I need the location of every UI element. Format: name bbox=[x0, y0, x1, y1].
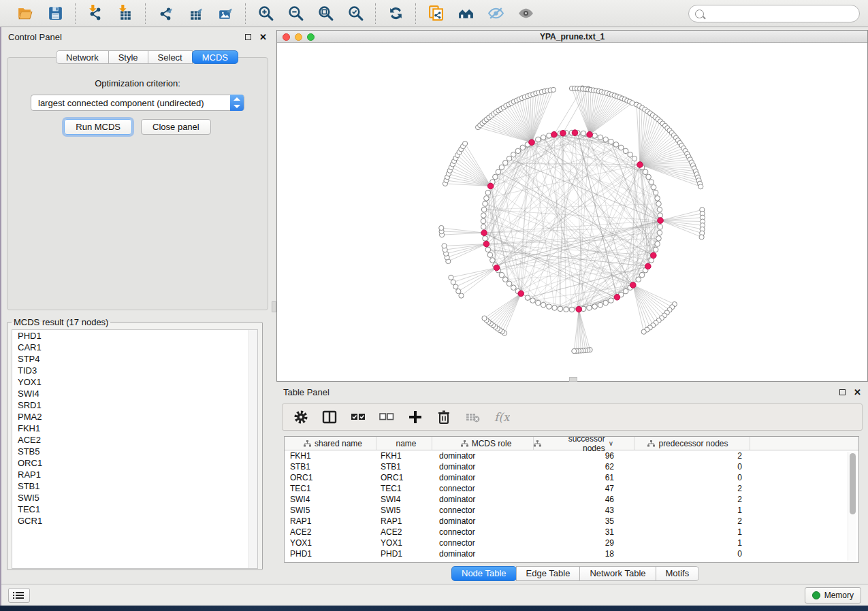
table-cell[interactable]: 2 bbox=[634, 516, 750, 526]
mcds-result-item[interactable]: RAP1 bbox=[12, 469, 257, 480]
zoom-out-icon[interactable] bbox=[283, 3, 308, 24]
table-cell[interactable]: dominator bbox=[432, 549, 534, 559]
table-row[interactable]: YOX1YOX1connector291 bbox=[285, 538, 858, 548]
table-cell[interactable]: connector bbox=[432, 527, 534, 537]
table-cell[interactable]: YOX1 bbox=[376, 538, 432, 548]
mcds-result-item[interactable]: CAR1 bbox=[12, 342, 257, 353]
select-all-icon[interactable] bbox=[349, 410, 367, 425]
table-cell[interactable]: STB1 bbox=[285, 462, 376, 472]
zoom-fit-icon[interactable] bbox=[312, 3, 338, 24]
table-cell[interactable]: 43 bbox=[534, 506, 634, 515]
close-panel-button[interactable]: Close panel bbox=[141, 119, 211, 135]
table-cell[interactable]: 2 bbox=[634, 495, 750, 504]
mcds-result-item[interactable]: SWI5 bbox=[12, 492, 257, 503]
table-cell[interactable]: 1 bbox=[634, 538, 750, 548]
show-all-icon[interactable] bbox=[513, 3, 539, 24]
tab-select[interactable]: Select bbox=[148, 50, 193, 64]
table-row[interactable]: SWI5SWI5connector431 bbox=[285, 505, 858, 516]
table-row[interactable]: ORC1ORC1dominator610 bbox=[285, 472, 858, 483]
table-scrollbar-thumb[interactable] bbox=[850, 453, 856, 514]
table-cell[interactable]: PHD1 bbox=[285, 549, 376, 559]
tab-node-table[interactable]: Node Table bbox=[451, 566, 517, 581]
horizontal-splitter-handle[interactable] bbox=[569, 377, 577, 382]
mcds-result-item[interactable]: ORC1 bbox=[12, 457, 257, 469]
result-scrollbar[interactable] bbox=[248, 330, 257, 568]
table-cell[interactable]: TEC1 bbox=[376, 484, 432, 493]
table-cell[interactable]: YOX1 bbox=[285, 538, 376, 548]
import-network-icon[interactable] bbox=[82, 3, 108, 24]
deselect-all-icon[interactable] bbox=[378, 410, 396, 425]
table-cell[interactable]: dominator bbox=[432, 451, 534, 461]
mcds-result-item[interactable]: PHD1 bbox=[12, 330, 257, 342]
table-cell[interactable]: RAP1 bbox=[285, 516, 376, 526]
table-cell[interactable]: 0 bbox=[634, 462, 750, 472]
memory-button[interactable]: Memory bbox=[805, 587, 861, 604]
table-cell[interactable]: 31 bbox=[534, 527, 634, 537]
tab-network[interactable]: Network bbox=[56, 50, 109, 64]
table-cell[interactable]: 61 bbox=[534, 473, 634, 482]
mcds-result-item[interactable]: PMA2 bbox=[12, 411, 257, 423]
mcds-result-item[interactable]: SWI4 bbox=[12, 388, 257, 399]
table-scrollbar[interactable] bbox=[848, 452, 856, 561]
optimization-criterion-select[interactable]: largest connected component (undirected) bbox=[31, 95, 244, 111]
tab-motifs[interactable]: Motifs bbox=[656, 566, 700, 581]
tab-style[interactable]: Style bbox=[108, 50, 148, 64]
table-row[interactable]: PHD1PHD1dominator180 bbox=[285, 548, 858, 559]
mcds-result-item[interactable]: STB5 bbox=[12, 446, 257, 457]
mcds-result-item[interactable]: SRD1 bbox=[12, 399, 257, 411]
table-cell[interactable]: 46 bbox=[534, 495, 634, 504]
table-row[interactable]: RAP1RAP1dominator352 bbox=[285, 516, 858, 527]
window-close-icon[interactable] bbox=[283, 33, 290, 41]
first-neighbors-icon[interactable] bbox=[453, 3, 479, 24]
column-header-name[interactable]: name bbox=[376, 437, 432, 450]
table-cell[interactable]: RAP1 bbox=[376, 516, 432, 526]
float-table-panel-icon[interactable] bbox=[839, 389, 846, 395]
network-titlebar[interactable]: YPA_prune.txt_1 bbox=[277, 31, 867, 43]
refresh-icon[interactable] bbox=[383, 3, 408, 24]
vertical-splitter-handle[interactable] bbox=[272, 301, 276, 312]
table-cell[interactable]: ORC1 bbox=[376, 473, 432, 482]
mcds-result-item[interactable]: YOX1 bbox=[12, 376, 257, 388]
table-cell[interactable]: 0 bbox=[634, 473, 750, 482]
close-table-panel-icon[interactable]: ✕ bbox=[854, 389, 861, 395]
mcds-result-item[interactable]: TEC1 bbox=[12, 503, 257, 515]
table-cell[interactable]: FKH1 bbox=[376, 451, 432, 461]
table-cell[interactable]: 1 bbox=[634, 506, 750, 515]
column-header-successor-nodes[interactable]: successor nodes∨ bbox=[534, 437, 634, 450]
column-header-shared-name[interactable]: shared name bbox=[285, 437, 376, 450]
table-cell[interactable]: PHD1 bbox=[376, 549, 432, 559]
table-cell[interactable]: SWI4 bbox=[285, 495, 376, 504]
mcds-result-list[interactable]: PHD1CAR1STP4TID3YOX1SWI4SRD1PMA2FKH1ACE2… bbox=[12, 329, 258, 569]
tab-mcds[interactable]: MCDS bbox=[192, 50, 238, 64]
network-canvas[interactable] bbox=[277, 43, 867, 381]
mcds-result-item[interactable]: TID3 bbox=[12, 365, 257, 376]
mcds-result-item[interactable]: STP4 bbox=[12, 353, 257, 365]
float-panel-icon[interactable] bbox=[245, 34, 251, 40]
table-cell[interactable]: 47 bbox=[534, 484, 634, 493]
table-cell[interactable]: SWI5 bbox=[285, 506, 376, 515]
export-image-icon[interactable] bbox=[212, 3, 238, 24]
run-mcds-button[interactable]: Run MCDS bbox=[64, 119, 132, 135]
export-network-icon[interactable] bbox=[152, 3, 178, 24]
mcds-result-item[interactable]: STB1 bbox=[12, 480, 257, 492]
table-cell[interactable]: ORC1 bbox=[285, 473, 376, 482]
table-cell[interactable]: 35 bbox=[534, 516, 634, 526]
zoom-selected-icon[interactable] bbox=[342, 3, 368, 24]
table-row[interactable]: STB1STB1dominator620 bbox=[285, 461, 858, 472]
mcds-result-item[interactable]: GCR1 bbox=[12, 515, 257, 527]
table-cell[interactable]: 1 bbox=[634, 527, 750, 537]
table-cell[interactable]: dominator bbox=[432, 462, 534, 472]
export-table-icon[interactable] bbox=[182, 3, 208, 24]
column-header-MCDS-role[interactable]: MCDS role bbox=[432, 437, 534, 450]
copy-share-icon[interactable] bbox=[423, 3, 449, 24]
table-cell[interactable]: 2 bbox=[634, 484, 750, 493]
table-cell[interactable]: connector bbox=[432, 484, 534, 493]
task-history-button[interactable] bbox=[8, 588, 30, 603]
search-box[interactable] bbox=[688, 5, 860, 22]
table-row[interactable]: FKH1FKH1dominator962 bbox=[285, 450, 858, 461]
table-row[interactable]: SWI4SWI4dominator462 bbox=[285, 494, 858, 505]
zoom-in-icon[interactable] bbox=[253, 3, 278, 24]
table-cell[interactable]: FKH1 bbox=[285, 451, 376, 461]
column-header-predecessor-nodes[interactable]: predecessor nodes bbox=[634, 437, 750, 450]
split-panel-icon[interactable] bbox=[321, 410, 338, 425]
